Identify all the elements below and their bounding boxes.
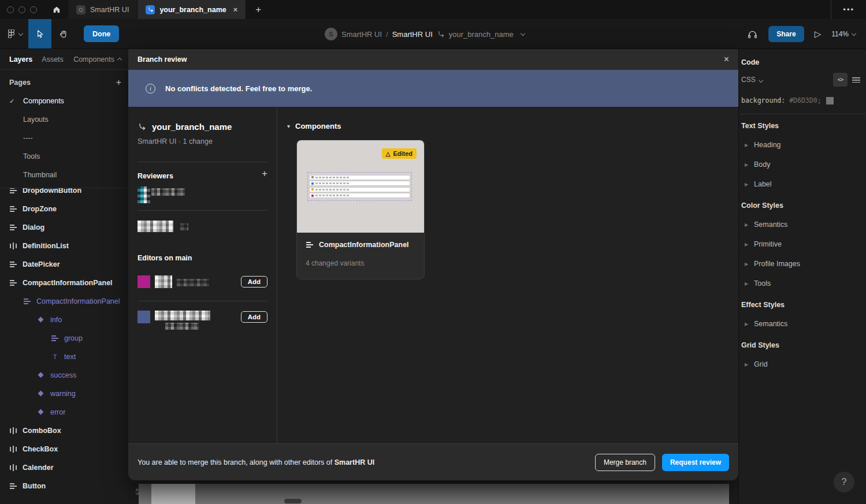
variant-dot-icon xyxy=(311,182,314,185)
breadcrumb: S SmartHR UI / SmartHR UI your_branch_na… xyxy=(325,19,525,49)
page-label: Tools xyxy=(23,152,40,160)
layer-label: DatePicker xyxy=(23,260,60,268)
layer-compactinformationpanel-component[interactable]: CompactInformationPanel xyxy=(0,292,128,311)
merge-permission-message: You are able to merge this branch, along… xyxy=(137,458,374,466)
css-code-line[interactable]: background: #D6D3D0; xyxy=(739,95,866,106)
page-item-separator[interactable]: ---- xyxy=(0,129,128,147)
variant-dot-icon xyxy=(311,176,314,178)
layer-label: DefinitionList xyxy=(23,242,69,250)
triangle-right-icon: ▶ xyxy=(745,222,754,227)
breadcrumb-file[interactable]: SmartHR UI xyxy=(392,30,433,39)
component-name: CompactInformationPanel xyxy=(319,241,409,249)
request-review-button[interactable]: Request review xyxy=(662,454,729,471)
done-button[interactable]: Done xyxy=(84,25,119,42)
new-tab-button[interactable]: + xyxy=(246,0,270,19)
modal-title: Branch review xyxy=(137,55,187,64)
group-icon xyxy=(51,335,59,342)
variant-row xyxy=(309,181,410,186)
hand-tool-button[interactable] xyxy=(51,19,75,48)
layer-dropzone[interactable]: DropZone xyxy=(0,200,128,218)
layer-label: ComboBox xyxy=(23,427,61,435)
layer-group[interactable]: group xyxy=(0,329,128,348)
layer-datepicker[interactable]: DatePicker xyxy=(0,255,128,274)
tab-layers[interactable]: Layers xyxy=(9,55,32,64)
layer-label: group xyxy=(64,334,83,342)
style-group-primitive[interactable]: ▶Primitive xyxy=(739,234,866,254)
chevron-down-icon xyxy=(852,31,856,36)
overflow-menu-button[interactable]: ••• xyxy=(831,0,866,19)
breadcrumb-team[interactable]: SmartHR UI xyxy=(341,30,382,39)
redacted-reviewer-name xyxy=(180,223,188,230)
cursor-icon xyxy=(35,29,45,39)
zoom-level-control[interactable]: 114% xyxy=(831,30,856,38)
layer-definitionlist[interactable]: DefinitionList xyxy=(0,237,128,255)
present-play-icon[interactable]: ▷ xyxy=(815,29,822,39)
merge-branch-button[interactable]: Merge branch xyxy=(595,454,655,471)
variant-row xyxy=(309,175,410,180)
layer-success[interactable]: success xyxy=(0,366,128,384)
chevron-down-icon[interactable] xyxy=(521,31,525,36)
breadcrumb-branch[interactable]: your_branch_name xyxy=(449,30,514,39)
layer-checkbox[interactable]: CheckBox xyxy=(0,440,128,458)
redacted-reviewer-name xyxy=(151,188,185,196)
help-button[interactable]: ? xyxy=(834,472,854,492)
home-button[interactable] xyxy=(45,0,68,19)
layer-combobox[interactable]: ComboBox xyxy=(0,421,128,440)
code-language-select[interactable]: CSS xyxy=(741,76,763,84)
style-group-grid[interactable]: ▶Grid xyxy=(739,354,866,374)
layer-button[interactable]: Button xyxy=(0,477,128,495)
tab-assets[interactable]: Assets xyxy=(42,55,64,64)
pages-header: Pages xyxy=(9,79,31,87)
add-page-button[interactable]: + xyxy=(116,77,121,88)
redacted-editor-name xyxy=(165,323,199,330)
page-item-thumbnail[interactable]: Thumbnail xyxy=(0,166,128,184)
style-group-tools[interactable]: ▶Tools xyxy=(739,274,866,293)
window-zoom-button[interactable] xyxy=(30,6,37,13)
page-item-tools[interactable]: Tools xyxy=(0,147,128,166)
add-reviewer-button[interactable]: + xyxy=(262,168,267,180)
page-view-toggle[interactable]: Components xyxy=(73,55,121,64)
tab-your-branch-name[interactable]: your_branch_name × xyxy=(137,0,246,19)
style-group-label: Tools xyxy=(754,279,771,288)
share-button[interactable]: Share xyxy=(768,26,804,42)
window-minimize-button[interactable] xyxy=(18,6,25,13)
style-group-semantics[interactable]: ▶Semantics xyxy=(739,215,866,234)
audio-headphones-icon[interactable] xyxy=(747,29,758,40)
style-group-effect-semantics[interactable]: ▶Semantics xyxy=(739,314,866,334)
window-close-button[interactable] xyxy=(7,6,14,13)
layer-label: error xyxy=(50,408,65,416)
divider xyxy=(739,114,866,114)
add-editor-button[interactable]: Add xyxy=(241,276,267,288)
page-item-components[interactable]: ✓ Components xyxy=(0,92,128,110)
layer-warning[interactable]: warning xyxy=(0,384,128,403)
layer-text[interactable]: T text xyxy=(0,348,128,366)
style-group-heading[interactable]: ▶Heading xyxy=(739,135,866,155)
tab-smarthr-ui[interactable]: SmartHR UI xyxy=(68,0,137,19)
editors-title: Editors on main xyxy=(137,254,192,262)
layer-calender[interactable]: Calender xyxy=(0,458,128,477)
layer-info[interactable]: info xyxy=(0,311,128,329)
code-view-toggle[interactable]: <> xyxy=(833,73,848,87)
page-item-layouts[interactable]: Layouts xyxy=(0,110,128,129)
layer-dropdownbutton[interactable]: DropdownButton xyxy=(0,188,128,200)
layer-compactinformationpanel[interactable]: CompactInformationPanel xyxy=(0,274,128,292)
canvas[interactable]: 4.5 xyxy=(128,480,738,504)
canvas-frame[interactable]: 4.5 xyxy=(139,484,729,504)
components-section-header[interactable]: ▾ Components xyxy=(287,122,341,130)
layer-error[interactable]: error xyxy=(0,403,128,421)
style-group-label: Profile Images xyxy=(754,260,800,268)
changed-component-card[interactable]: △ Edited CompactInformationPanel xyxy=(296,140,425,279)
modal-header: Branch review × xyxy=(128,49,738,70)
canvas-scrollbar-thumb[interactable] xyxy=(284,499,302,503)
layer-dialog[interactable]: Dialog xyxy=(0,218,128,237)
table-view-toggle[interactable] xyxy=(852,77,860,83)
close-icon[interactable]: × xyxy=(724,54,729,65)
move-tool-button[interactable] xyxy=(28,19,51,48)
style-group-body[interactable]: ▶Body xyxy=(739,155,866,174)
main-menu-button[interactable] xyxy=(0,29,28,38)
window-tab-bar: SmartHR UI your_branch_name × + ••• xyxy=(0,0,866,19)
style-group-label-group[interactable]: ▶Label xyxy=(739,174,866,194)
add-editor-button[interactable]: Add xyxy=(241,311,267,323)
style-group-profile-images[interactable]: ▶Profile Images xyxy=(739,254,866,274)
tab-close-icon[interactable]: × xyxy=(233,5,238,14)
